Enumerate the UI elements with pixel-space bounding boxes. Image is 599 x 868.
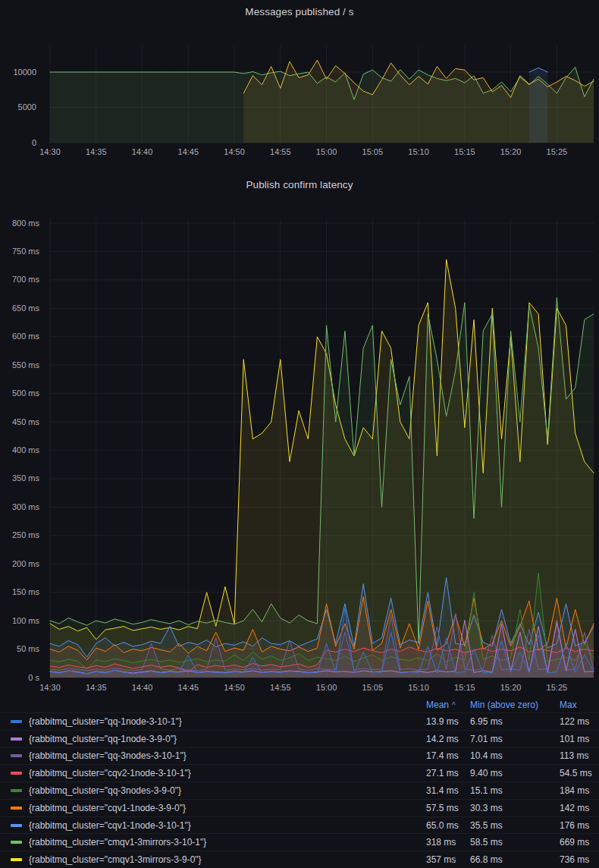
legend-series-label[interactable]: {rabbitmq_cluster="qq-1node-3-9-0"}	[29, 734, 426, 744]
x-axis-tick-label: 15:25	[547, 147, 568, 156]
legend-series-label[interactable]: {rabbitmq_cluster="qq-1node-3-10-1"}	[29, 716, 426, 727]
legend-series-label[interactable]: {rabbitmq_cluster="cqv1-1node-3-9-0"}	[29, 803, 426, 813]
legend-max-value: 54.5 ms	[560, 768, 599, 778]
legend-series-label[interactable]: {rabbitmq_cluster="cqv1-1node-3-10-1"}	[29, 820, 426, 831]
y-axis-tick-label: 400 ms	[12, 445, 40, 454]
x-axis-tick-label: 15:10	[408, 147, 429, 156]
messages-published-chart[interactable]: 14:3014:3514:4014:4514:5014:5515:0015:05…	[0, 18, 599, 164]
series-color-swatch[interactable]	[11, 807, 22, 810]
y-axis-tick-label: 0 s	[28, 673, 39, 682]
y-axis-tick-label: 550 ms	[12, 360, 40, 370]
y-axis-tick-label: 500 ms	[12, 388, 40, 398]
plot-area[interactable]	[50, 46, 594, 143]
x-axis-tick-label: 14:35	[86, 683, 107, 692]
x-axis-tick-label: 14:50	[224, 147, 245, 156]
publish-confirm-latency-chart[interactable]: 14:3014:3514:4014:4514:5014:5515:0015:05…	[0, 196, 599, 697]
x-axis-tick-label: 14:45	[178, 147, 199, 156]
legend-header-min[interactable]: Min (above zero)	[470, 700, 560, 710]
legend-min-value: 30.3 ms	[470, 803, 560, 813]
legend-min-value: 10.4 ms	[470, 750, 560, 761]
legend-mean-value: 17.4 ms	[426, 750, 470, 761]
y-axis-tick-label: 150 ms	[12, 587, 40, 596]
panel-title-publish-confirm-latency: Publish confirm latency	[0, 179, 599, 190]
legend-mean-value: 318 ms	[426, 837, 470, 848]
legend-row: {rabbitmq_cluster="qq-1node-3-9-0"}14.2 …	[0, 730, 599, 747]
legend-series-label[interactable]: {rabbitmq_cluster="qq-3nodes-3-9-0"}	[29, 785, 426, 796]
grafana-dashboard: Messages published / s 14:3014:3514:4014…	[0, 0, 599, 868]
y-axis-tick-label: 650 ms	[12, 303, 40, 313]
x-axis-tick-label: 15:25	[547, 683, 568, 692]
legend-min-value: 35.5 ms	[470, 820, 560, 831]
y-axis-tick-label: 350 ms	[12, 473, 40, 483]
legend-max-value: 669 ms	[560, 837, 599, 848]
y-axis-tick-label: 5000	[18, 102, 36, 112]
sort-ascending-icon: ^	[452, 701, 456, 709]
legend-series-label[interactable]: {rabbitmq_cluster="cmqv1-3mirrors-3-9-0"…	[29, 854, 426, 865]
legend-min-value: 9.40 ms	[470, 768, 560, 778]
legend-mean-value: 357 ms	[426, 854, 470, 865]
y-axis-tick-label: 600 ms	[12, 332, 40, 341]
legend-mean-value: 27.1 ms	[426, 768, 470, 778]
legend-max-value: 142 ms	[560, 803, 599, 813]
legend-series-label[interactable]: {rabbitmq_cluster="qq-3nodes-3-10-1"}	[29, 750, 426, 761]
series-color-swatch[interactable]	[11, 858, 22, 861]
y-axis-tick-label: 300 ms	[12, 502, 40, 511]
y-axis-tick-label: 450 ms	[12, 417, 40, 426]
legend-header-max[interactable]: Max	[560, 700, 599, 710]
legend-max-value: 176 ms	[560, 820, 599, 831]
legend-header-row: Mean^ Min (above zero) Max	[0, 697, 599, 712]
y-axis-tick-label: 10000	[13, 68, 36, 77]
legend-row: {rabbitmq_cluster="cmqv1-3mirrors-3-9-0"…	[0, 851, 599, 868]
x-axis-tick-label: 14:40	[132, 147, 153, 156]
legend-series-label[interactable]: {rabbitmq_cluster="cmqv1-3mirrors-3-10-1…	[29, 837, 426, 848]
legend-header-mean[interactable]: Mean^	[426, 700, 470, 710]
series-color-swatch[interactable]	[11, 720, 22, 723]
x-axis-tick-label: 15:20	[500, 147, 522, 156]
legend-min-value: 66.8 ms	[470, 854, 560, 865]
legend-row: {rabbitmq_cluster="cqv1-1node-3-10-1"}65…	[0, 816, 599, 834]
legend-mean-value: 65.0 ms	[426, 820, 470, 831]
y-axis-tick-label: 800 ms	[12, 219, 40, 228]
x-axis-tick-label: 14:40	[132, 683, 153, 692]
x-axis-tick-label: 15:05	[362, 147, 384, 156]
legend-mean-value: 13.9 ms	[426, 716, 470, 727]
y-axis-tick-label: 0	[32, 138, 36, 147]
legend-row: {rabbitmq_cluster="qq-3nodes-3-10-1"}17.…	[0, 747, 599, 765]
legend-min-value: 7.01 ms	[470, 734, 560, 744]
legend-max-value: 184 ms	[560, 785, 599, 796]
legend-row: {rabbitmq_cluster="cqv2-1node-3-10-1"}27…	[0, 764, 599, 782]
y-axis-tick-label: 250 ms	[12, 530, 40, 539]
series-color-swatch[interactable]	[11, 737, 22, 741]
legend-series-label[interactable]: {rabbitmq_cluster="cqv2-1node-3-10-1"}	[29, 768, 426, 778]
legend-row: {rabbitmq_cluster="cqv1-1node-3-9-0"}57.…	[0, 799, 599, 816]
x-axis-tick-label: 15:00	[316, 683, 337, 692]
legend-mean-value: 31.4 ms	[426, 785, 470, 796]
legend-row: {rabbitmq_cluster="qq-1node-3-10-1"}13.9…	[0, 712, 599, 730]
y-axis-tick-label: 50 ms	[17, 644, 39, 653]
x-axis-tick-label: 15:20	[500, 683, 522, 692]
legend-mean-value: 57.5 ms	[426, 803, 470, 813]
y-axis-tick-label: 200 ms	[12, 559, 40, 568]
series-color-swatch[interactable]	[11, 772, 22, 775]
legend-row: {rabbitmq_cluster="cmqv1-3mirrors-3-10-1…	[0, 833, 599, 851]
legend-mean-value: 14.2 ms	[426, 734, 470, 744]
legend-table: Mean^ Min (above zero) Max {rabbitmq_clu…	[0, 697, 599, 868]
series-color-swatch[interactable]	[11, 841, 22, 844]
x-axis-tick-label: 14:30	[39, 147, 61, 156]
legend-max-value: 736 ms	[560, 854, 599, 865]
panel-title-messages-published: Messages published / s	[0, 6, 599, 17]
series-color-swatch[interactable]	[11, 754, 22, 757]
series-color-swatch[interactable]	[11, 789, 22, 792]
legend-min-value: 6.95 ms	[470, 716, 560, 727]
series-color-swatch[interactable]	[11, 824, 22, 827]
x-axis-tick-label: 15:10	[408, 683, 429, 692]
x-axis-tick-label: 14:50	[224, 683, 245, 692]
x-axis-tick-label: 14:55	[270, 683, 291, 692]
plot-area[interactable]	[50, 219, 594, 678]
x-axis-tick-label: 14:45	[178, 683, 199, 692]
legend-min-value: 15.1 ms	[470, 785, 560, 796]
y-axis-tick-label: 700 ms	[12, 275, 40, 284]
x-axis-tick-label: 15:05	[362, 683, 384, 692]
legend-max-value: 113 ms	[560, 750, 599, 761]
x-axis-tick-label: 14:55	[270, 147, 291, 156]
